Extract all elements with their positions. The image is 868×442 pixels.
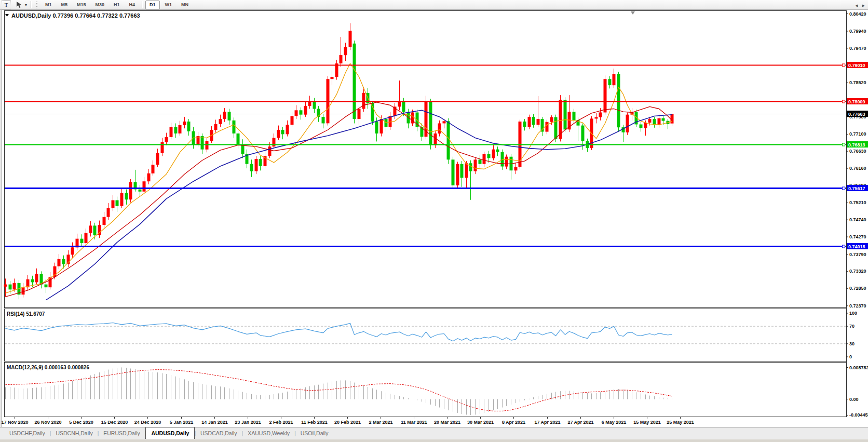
tab-usdcad[interactable]: USDCAD,Daily (195, 428, 242, 438)
line-end-marker[interactable] (843, 64, 845, 66)
candle-body-down (479, 159, 482, 164)
line-end-marker[interactable] (843, 100, 845, 103)
candle-body-down (93, 225, 97, 235)
tab-usdchf[interactable]: USDCHF,Daily (4, 428, 50, 438)
candle-body-up (358, 109, 361, 119)
candle-body-down (573, 112, 576, 120)
candle-body-down (429, 102, 432, 145)
candle-body-down (564, 100, 567, 129)
price-axis-label: 0.74270 (849, 234, 866, 239)
price-badge-label: 0.75617 (848, 186, 865, 191)
timeframe-button-h1[interactable]: H1 (110, 1, 124, 9)
date-axis-label: 5 Jan 2021 (170, 420, 194, 425)
candle-body-down (250, 164, 253, 171)
timeframe-button-w1[interactable]: W1 (161, 1, 177, 9)
tab-usoil[interactable]: USOil,Daily (295, 428, 334, 438)
price-axis-label: 0.80420 (849, 11, 866, 17)
price-axis-label: 0.78520 (849, 80, 866, 85)
candle-body-down (640, 125, 643, 128)
candle-body-up (120, 193, 124, 206)
tab-scroll-right-icon[interactable]: ▶ (862, 3, 865, 9)
candle-body-down (237, 133, 240, 144)
tab-audusd[interactable]: AUDUSD,Daily (145, 427, 195, 439)
price-axis-label: 0.77100 (849, 131, 866, 137)
cursor-tool-button[interactable] (14, 1, 23, 9)
price-badge-label: 0.77663 (848, 112, 865, 117)
date-axis-label: 23 Jan 2021 (235, 420, 261, 425)
rsi-axis-label: 0 (849, 354, 852, 359)
candle-body-up (505, 157, 508, 167)
candle-body-up (156, 153, 159, 165)
candle-body-up (165, 137, 168, 142)
candle-body-down (62, 259, 65, 264)
candle-body-down (45, 285, 48, 288)
timeframe-button-m15[interactable]: M15 (73, 1, 90, 9)
candle-body-up (107, 208, 110, 217)
price-badge-label: 0.74018 (848, 244, 865, 249)
candle-body-up (546, 122, 549, 132)
candle-body-up (331, 77, 334, 79)
rsi-axis-label: 30 (849, 341, 855, 346)
cursor-tool-dropdown[interactable]: ▼ (23, 1, 29, 9)
candle-body-up (340, 55, 343, 63)
candle-body-up (380, 119, 383, 133)
text-tool-label: T (5, 2, 8, 8)
candle-body-up (599, 113, 602, 117)
candle-body-up (483, 154, 486, 164)
date-axis-label: 30 Mar 2021 (467, 420, 494, 425)
candle-body-down (353, 44, 356, 119)
rsi-axis-label: 100 (849, 311, 857, 316)
timeframe-button-m30[interactable]: M30 (91, 1, 109, 9)
date-axis-label: 5 Dec 2020 (69, 420, 93, 425)
tab-scroll-left-icon[interactable]: ◀ (855, 3, 858, 9)
candle-body-up (179, 125, 182, 133)
timeframe-button-m1[interactable]: M1 (41, 1, 56, 9)
candle-body-up (492, 150, 495, 158)
tab-scroll-arrows: ◀ ▶ (855, 3, 865, 9)
toolbar-grip[interactable] (36, 2, 38, 8)
line-end-marker[interactable] (843, 245, 845, 248)
price-badge-label: 0.79010 (848, 63, 865, 68)
chart-title-ohlc: AUDUSD,Daily 0.77396 0.77664 0.77322 0.7… (11, 12, 140, 19)
text-tool-button[interactable]: T (2, 1, 11, 9)
tab-usdcnh[interactable]: USDCNH,Daily (50, 428, 98, 438)
candle-body-down (9, 285, 12, 290)
candle-body-up (550, 117, 553, 122)
timeframe-button-m5[interactable]: M5 (57, 1, 72, 9)
candle-body-up (197, 136, 200, 144)
tab-eurusd[interactable]: EURUSD,Daily (98, 428, 145, 438)
timeframe-button-h4[interactable]: H4 (125, 1, 140, 9)
line-end-marker[interactable] (843, 143, 845, 146)
candle-body-up (223, 112, 226, 119)
candle-body-up (528, 117, 531, 127)
candle-body-down (116, 200, 119, 206)
candle-body-up (85, 233, 88, 243)
candle-body-down (496, 150, 499, 152)
candle-body-up (438, 124, 441, 134)
candle-body-up (152, 165, 155, 173)
date-axis-label: 25 May 2021 (667, 420, 694, 425)
rsi-label: RSI(14) 51.6707 (7, 311, 45, 317)
candle-body-down (233, 120, 236, 133)
date-axis-label: 15 Dec 2020 (101, 420, 128, 425)
candle-body-down (375, 122, 378, 133)
timeframe-button-d1[interactable]: D1 (145, 1, 160, 9)
date-axis-label: 11 Mar 2021 (401, 420, 427, 425)
tab-xauusd[interactable]: XAUUSD,Weekly (242, 428, 295, 438)
candle-body-down (228, 112, 231, 120)
candle-body-down (281, 130, 284, 134)
macd-label: MACD(12,26,9) 0.000163 0.000826 (7, 365, 89, 370)
candle-body-up (129, 182, 132, 200)
candle-body-up (143, 181, 146, 192)
timeframe-button-mn[interactable]: MN (177, 1, 193, 9)
candle-body-down (125, 193, 128, 200)
chart-area[interactable]: AUDUSD,Daily 0.77396 0.77664 0.77322 0.7… (0, 10, 868, 427)
date-axis-label: 27 Apr 2021 (567, 420, 593, 425)
line-end-marker[interactable] (843, 187, 845, 190)
candle-body-up (648, 119, 652, 123)
price-axis-label: 0.79940 (849, 29, 866, 34)
candle-body-down (532, 117, 535, 125)
date-axis-label: 26 Nov 2020 (34, 420, 61, 425)
candle-body-down (187, 122, 191, 131)
candle-body-down (469, 163, 472, 171)
